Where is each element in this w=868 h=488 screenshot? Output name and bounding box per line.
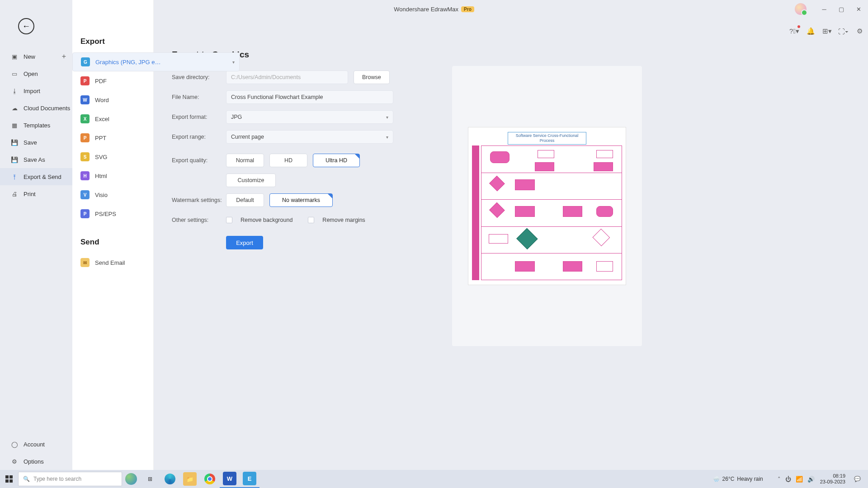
nav-templates[interactable]: ▦Templates [0,117,72,134]
customize-button[interactable]: Customize [226,174,276,187]
folder-icon: ▭ [11,70,18,77]
svg-icon: S [80,152,90,161]
taskbar: 🔍Type here to search ⊞ 📁 W E 🌧️ 26°C Hea… [0,470,868,488]
plus-icon[interactable]: + [62,52,66,61]
edrawmax-taskbar-icon[interactable]: E [240,470,259,488]
remove-bg-checkbox[interactable] [226,217,232,223]
nav-open[interactable]: ▭Open [0,65,72,82]
explorer-icon[interactable]: 📁 [180,470,200,488]
tray-chevron-icon[interactable]: ˄ [778,476,781,483]
chart-area [481,145,622,280]
format-graphics[interactable]: GGraphics (PNG, JPG e… [72,52,240,71]
ps-icon: P [80,209,90,218]
apps-icon[interactable]: ⊞▾ [822,26,832,36]
format-ppt[interactable]: PPPT [72,128,153,147]
nav-options[interactable]: ⚙Options [0,453,72,470]
left-nav: ← ▣New+ ▭Open ⭳Import ☁Cloud Documents ▦… [0,0,72,470]
gear-icon: ⚙ [11,458,18,465]
nav-print[interactable]: 🖨Print [0,185,72,202]
format-excel[interactable]: XExcel [72,109,153,128]
avatar[interactable] [795,3,807,15]
start-button[interactable] [0,470,18,488]
task-view-icon[interactable]: ⊞ [140,470,160,488]
export-range-label: Export range: [172,134,226,140]
grid-icon: ▦ [11,122,18,129]
watermark-default[interactable]: Default [226,193,264,207]
format-visio[interactable]: VVisio [72,185,153,204]
format-pdf[interactable]: PPDF [72,71,153,90]
chrome-icon[interactable] [200,470,220,488]
taskbar-search[interactable]: 🔍Type here to search [18,472,122,486]
cortana-icon[interactable] [122,470,140,488]
word-icon: W [80,95,90,104]
format-ps[interactable]: PPS/EPS [72,204,153,223]
preview-panel: Software Service Cross-Functional Proces… [452,66,642,346]
remove-margins-label: Remove margins [322,217,365,223]
svg-rect-3 [9,479,13,483]
back-button[interactable]: ← [18,18,34,34]
tray-volume-icon[interactable]: 🔊 [807,476,815,483]
gift-icon[interactable]: ⛶▾ [838,26,848,36]
export-quality-label: Export quality: [172,157,226,164]
weather-icon: 🌧️ [713,476,720,482]
email-icon: ✉ [80,258,90,267]
help-icon[interactable]: ?⃝▾ [789,26,799,36]
disk-arrow-icon: 💾 [11,156,18,163]
quality-normal[interactable]: Normal [226,154,264,167]
tray-battery-icon[interactable]: ⏻ [785,476,791,483]
nav-save[interactable]: 💾Save [0,134,72,151]
taskbar-clock[interactable]: 08:19 23-09-2023 [820,473,845,485]
send-email[interactable]: ✉Send Email [72,253,153,272]
other-settings-label: Other settings: [172,217,226,223]
flow-box [594,162,613,172]
nav-cloud[interactable]: ☁Cloud Documents [0,99,72,117]
svg-rect-0 [5,475,9,479]
close-button[interactable]: ✕ [851,1,866,17]
upload-icon: ⭱ [11,173,18,180]
export-range-select[interactable]: Current page [226,130,393,144]
watermark-label: Watermark settings: [172,197,226,203]
cloud-icon: ☁ [11,104,18,112]
svg-rect-1 [9,475,13,479]
download-icon: ⭳ [11,87,18,94]
send-header: Send [72,223,153,253]
nav-import[interactable]: ⭳Import [0,82,72,99]
flow-diamond [593,229,610,246]
excel-icon: X [80,114,90,123]
format-html[interactable]: HHtml [72,166,153,185]
nav-export-send[interactable]: ⭱Export & Send [0,168,72,185]
edge-icon[interactable] [160,470,180,488]
nav-account[interactable]: ◯Account [0,436,72,453]
flow-box [596,206,613,217]
plus-square-icon: ▣ [11,53,18,60]
remove-bg-label: Remove background [241,217,292,223]
pdf-icon: P [80,76,90,85]
format-svg[interactable]: SSVG [72,147,153,166]
quality-ultra-hd[interactable]: Ultra HD [313,154,360,167]
weather-widget[interactable]: 🌧️ 26°C Heavy rain [713,476,763,482]
file-name-input[interactable]: Cross Functional Flowchart Example [226,90,393,104]
quality-hd[interactable]: HD [269,154,307,167]
watermark-none[interactable]: No watermarks [269,193,333,207]
bell-icon[interactable]: 🔔 [806,26,816,36]
browse-button[interactable]: Browse [354,70,390,84]
export-button[interactable]: Export [226,236,263,249]
nav-save-as[interactable]: 💾Save As [0,151,72,168]
export-format-label: Export format: [172,114,226,120]
export-format-select[interactable]: JPG [226,110,393,124]
remove-margins-checkbox[interactable] [308,217,314,223]
format-word[interactable]: WWord [72,90,153,109]
notifications-icon[interactable]: 💬 [851,476,863,482]
settings-icon[interactable]: ⚙ [854,26,864,36]
word-taskbar-icon[interactable]: W [220,470,240,488]
flow-box [563,206,582,217]
search-icon: 🔍 [23,476,30,482]
tray-wifi-icon[interactable]: 📶 [796,476,803,483]
flow-box [489,234,508,244]
maximize-button[interactable]: ▢ [834,1,849,17]
flow-box [535,162,554,172]
minimize-button[interactable]: ─ [816,1,832,17]
flow-diamond [489,176,505,191]
nav-new[interactable]: ▣New+ [0,48,72,65]
save-directory-input[interactable]: C:/Users/Admin/Documents [226,70,348,84]
